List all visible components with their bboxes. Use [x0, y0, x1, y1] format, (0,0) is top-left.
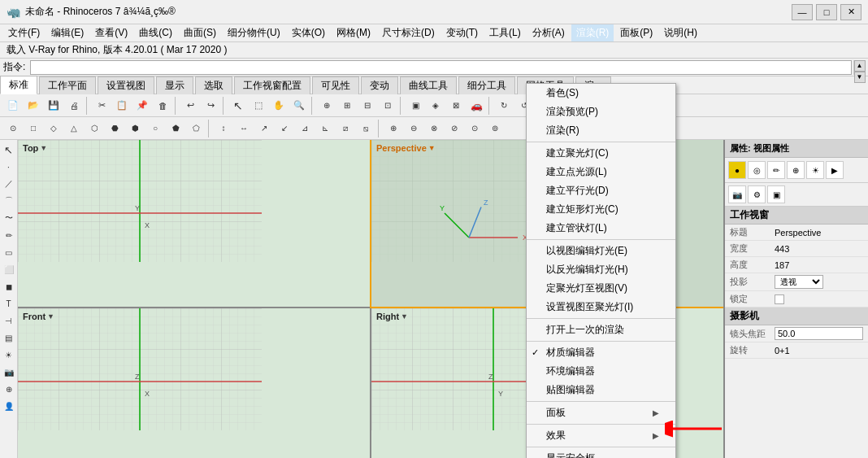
lt-dim[interactable]: ⊣: [1, 312, 17, 329]
tb-snap3[interactable]: ⊟: [358, 97, 377, 115]
menu-rectlight[interactable]: 建立矩形灯光(C): [527, 200, 675, 219]
tb-view1[interactable]: ▣: [406, 97, 425, 115]
menu-renderpreview[interactable]: 渲染预览(P): [527, 103, 675, 121]
tb2-4[interactable]: △: [64, 120, 84, 137]
rp-focal-input[interactable]: [775, 327, 863, 340]
tb2-22[interactable]: ⊘: [445, 120, 464, 137]
tb-copy[interactable]: 📋: [112, 97, 132, 115]
tb-cut[interactable]: ✂: [92, 97, 111, 115]
menu-textureeditor[interactable]: 贴图编辑器: [527, 381, 675, 399]
tb2-10[interactable]: ⬠: [186, 120, 206, 137]
lt-target[interactable]: ⊕: [1, 381, 17, 397]
tab-curvetools[interactable]: 曲线工具: [400, 76, 457, 94]
rp-projection-select[interactable]: 透视 平行: [775, 275, 823, 289]
tb-open[interactable]: 📂: [24, 97, 43, 115]
rp-icon-viewport-btn[interactable]: ▣: [767, 185, 785, 203]
menu-edit[interactable]: 编辑(E): [46, 24, 89, 41]
menu-tubelight[interactable]: 建立管状灯(L): [527, 219, 675, 238]
lt-arc[interactable]: ⌒: [1, 193, 17, 209]
tab-visibility[interactable]: 可见性: [312, 76, 359, 94]
tb2-17[interactable]: ⧄: [336, 120, 355, 137]
tab-setview[interactable]: 设置视图: [98, 76, 154, 94]
viewport-front[interactable]: Front ▼ Z X: [18, 308, 370, 459]
tb2-13[interactable]: ↗: [254, 120, 274, 137]
tb-view2[interactable]: ◈: [426, 97, 445, 115]
tb-paste[interactable]: 📌: [132, 97, 152, 115]
tb2-7[interactable]: ⬢: [125, 120, 145, 137]
tb2-19[interactable]: ⊕: [384, 120, 403, 137]
tab-viewconfig[interactable]: 工作视窗配置: [234, 76, 310, 94]
tb-delete[interactable]: 🗑: [153, 97, 172, 115]
tb-view3[interactable]: ⊠: [446, 97, 466, 115]
tb2-21[interactable]: ⊗: [424, 120, 444, 137]
tab-standard[interactable]: 标准: [0, 76, 37, 94]
lt-person[interactable]: 👤: [1, 398, 17, 414]
tb2-9[interactable]: ⬟: [166, 120, 185, 137]
scroll-up[interactable]: ▲: [854, 60, 866, 72]
tb-zoom[interactable]: 🔍: [289, 97, 309, 115]
tb-car[interactable]: 🚗: [467, 97, 486, 115]
tb2-5[interactable]: ⬡: [85, 120, 104, 137]
menu-panel[interactable]: 面板(P): [615, 24, 658, 41]
menu-tools[interactable]: 工具(L): [484, 24, 526, 41]
tb2-23[interactable]: ⊙: [465, 120, 484, 137]
tb-snap2[interactable]: ⊞: [337, 97, 357, 115]
menu-transform[interactable]: 变动(T): [441, 24, 483, 41]
command-input[interactable]: [30, 60, 852, 75]
tb-undo[interactable]: ↩: [180, 97, 200, 115]
tb2-11[interactable]: ↕: [214, 120, 233, 137]
tb-window-select[interactable]: ⬚: [249, 97, 268, 115]
tb-pan[interactable]: ✋: [269, 97, 289, 115]
rp-lock-checkbox[interactable]: [775, 294, 784, 304]
menu-renderR[interactable]: 渲染(R): [527, 121, 675, 140]
tb2-8[interactable]: ○: [145, 120, 165, 137]
lt-hatch[interactable]: ▤: [1, 329, 17, 346]
rp-icon-camera-btn[interactable]: 📷: [728, 185, 746, 203]
tb-rotate[interactable]: ↻: [494, 97, 514, 115]
lt-point[interactable]: ·: [1, 159, 17, 175]
tab-transform[interactable]: 变动: [361, 76, 398, 94]
menu-shade[interactable]: 着色(S): [527, 84, 675, 103]
rp-icon-mat[interactable]: ✏: [767, 161, 785, 179]
menu-materialeditor[interactable]: 材质编辑器: [527, 343, 675, 362]
lt-plane[interactable]: ▭: [1, 244, 17, 260]
rp-icon-env[interactable]: ⊕: [787, 161, 805, 179]
lt-surface[interactable]: ⬜: [1, 261, 17, 277]
menu-spotlight[interactable]: 建立聚光灯(C): [527, 144, 675, 163]
tb2-6[interactable]: ⬣: [105, 120, 124, 137]
minimize-button[interactable]: —: [792, 4, 813, 20]
tb2-12[interactable]: ↔: [234, 120, 254, 137]
tb-print[interactable]: 🖨: [64, 97, 84, 115]
tb-redo[interactable]: ↪: [201, 97, 220, 115]
menu-effects[interactable]: 效果 ▶: [527, 426, 675, 445]
menu-editbyreflect[interactable]: 以反光编辑灯光(H): [527, 260, 675, 279]
rp-icon-sun[interactable]: ☀: [806, 161, 824, 179]
lt-camera[interactable]: 📷: [1, 364, 17, 380]
menu-editbyview[interactable]: 以视图编辑灯光(E): [527, 242, 675, 260]
menu-safeframe[interactable]: 显示安全框: [527, 449, 675, 458]
tb2-18[interactable]: ⧅: [356, 120, 375, 137]
rp-icon-object[interactable]: ●: [728, 161, 746, 179]
tb-save[interactable]: 💾: [44, 97, 63, 115]
tab-subdivtools[interactable]: 细分工具: [458, 76, 515, 94]
tb2-20[interactable]: ⊖: [404, 120, 423, 137]
close-button[interactable]: ✕: [840, 4, 861, 20]
scroll-down[interactable]: ▼: [854, 72, 866, 83]
menu-analyze[interactable]: 分析(A): [527, 24, 570, 41]
lt-line[interactable]: ／: [1, 176, 17, 192]
rp-icon-settings[interactable]: ⚙: [748, 185, 766, 203]
menu-help[interactable]: 说明(H): [659, 24, 702, 41]
lt-solid[interactable]: ◼: [1, 278, 17, 294]
tb2-15[interactable]: ⊿: [295, 120, 315, 137]
menu-setviewtofocus[interactable]: 设置视图至聚光灯(I): [527, 298, 675, 316]
menu-parallellight[interactable]: 建立平行光(D): [527, 181, 675, 200]
rp-icon-render[interactable]: ▶: [826, 161, 844, 179]
menu-surface[interactable]: 曲面(S): [179, 24, 221, 41]
tab-select[interactable]: 选取: [195, 76, 232, 94]
maximize-button[interactable]: □: [816, 4, 837, 20]
rp-icon-layer[interactable]: ◎: [748, 161, 766, 179]
menu-curve[interactable]: 曲线(C): [134, 24, 177, 41]
tb2-2[interactable]: □: [24, 120, 43, 137]
tab-workplane[interactable]: 工作平面: [39, 76, 96, 94]
menu-envEditor[interactable]: 环境编辑器: [527, 362, 675, 381]
